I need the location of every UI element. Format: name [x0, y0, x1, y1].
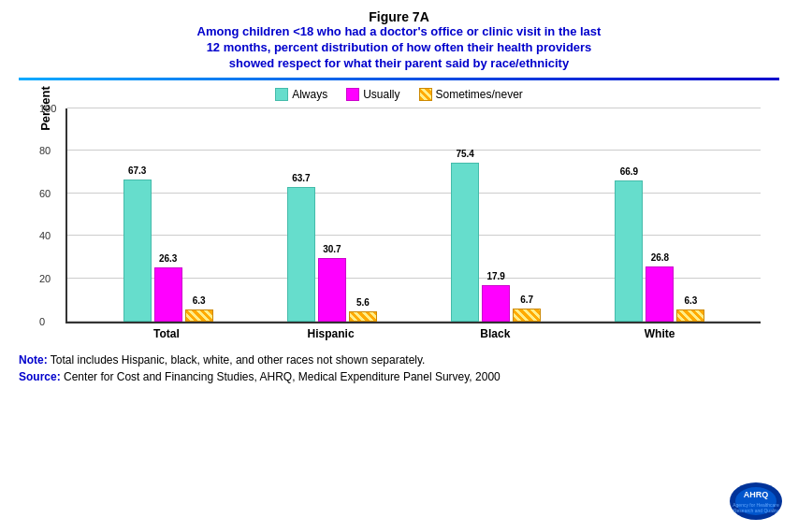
source-text: Center for Cost and Financing Studies, A… — [64, 370, 501, 383]
chart-area: 0 20 40 60 80 100 — [65, 108, 761, 324]
note-line: Note: Total includes Hispanic, black, wh… — [19, 352, 779, 368]
note-text: Total includes Hispanic, black, white, a… — [51, 353, 426, 367]
bar-wrapper-white-sometimes: 6.3 — [676, 108, 704, 322]
bar-black-usually: 17.9 — [482, 285, 510, 322]
bar-white-sometimes: 6.3 — [676, 309, 704, 321]
figure-title: Figure 7A — [19, 9, 779, 24]
legend-usually: Usually — [346, 88, 399, 101]
y-tick-80: 80 — [39, 145, 51, 156]
bar-hispanic-always: 63.7 — [287, 187, 315, 321]
y-tick-40: 40 — [39, 230, 51, 241]
page: Figure 7A Among children <18 who had a d… — [0, 0, 798, 532]
legend-usually-box — [346, 88, 359, 101]
legend: Always Usually Sometimes/never — [19, 88, 779, 101]
legend-always-label: Always — [292, 88, 327, 101]
y-tick-60: 60 — [39, 188, 51, 199]
source-line: Source: Center for Cost and Financing St… — [19, 368, 779, 385]
legend-always-box — [275, 88, 288, 101]
x-label-total: Total — [84, 324, 249, 340]
svg-text:Research and Quality: Research and Quality — [733, 508, 779, 513]
bar-wrapper-white-usually: 26.8 — [646, 108, 674, 322]
bar-white-usually: 26.8 — [646, 266, 674, 322]
bar-wrapper-hispanic-sometimes: 5.6 — [349, 108, 377, 322]
bar-wrapper-total-always: 67.3 — [123, 108, 152, 322]
bar-total-usually: 26.3 — [154, 267, 182, 322]
bar-label-black-always: 75.4 — [456, 149, 473, 159]
bar-label-white-sometimes: 6.3 — [684, 295, 697, 306]
notes-section: Note: Total includes Hispanic, black, wh… — [19, 352, 779, 385]
bar-group-white: 66.9 26.8 6.3 — [578, 108, 742, 322]
x-label-black: Black — [414, 324, 578, 340]
bar-white-always: 66.9 — [615, 180, 643, 322]
legend-always: Always — [275, 88, 327, 101]
bar-wrapper-black-usually: 17.9 — [482, 108, 510, 322]
x-label-white: White — [577, 324, 742, 340]
legend-sometimes-label: Sometimes/never — [436, 88, 523, 101]
bar-hispanic-sometimes: 5.6 — [349, 311, 377, 322]
ahrq-logo: AHRQ Agency for Healthcare Research and … — [728, 481, 784, 523]
note-label: Note: — [19, 353, 48, 367]
bar-wrapper-total-usually: 26.3 — [154, 108, 182, 322]
bar-label-total-usually: 26.3 — [159, 253, 177, 264]
legend-usually-label: Usually — [363, 88, 399, 101]
bar-label-black-sometimes: 6.7 — [520, 295, 533, 305]
bar-wrapper-hispanic-usually: 30.7 — [318, 108, 346, 322]
bar-wrapper-total-sometimes: 6.3 — [185, 108, 213, 322]
bar-group-black: 75.4 17.9 6.7 — [414, 108, 578, 322]
bar-total-always: 67.3 — [123, 180, 152, 321]
bar-label-white-usually: 26.8 — [651, 252, 669, 263]
bar-wrapper-hispanic-always: 63.7 — [287, 108, 315, 322]
bar-black-sometimes: 6.7 — [513, 309, 541, 321]
bar-groups: 67.3 26.3 6.3 — [67, 108, 761, 322]
svg-text:AHRQ: AHRQ — [744, 490, 769, 499]
bar-group-total: 67.3 26.3 6.3 — [86, 108, 250, 322]
bar-wrapper-black-sometimes: 6.7 — [513, 108, 541, 322]
legend-sometimes-box — [419, 88, 432, 101]
bar-wrapper-white-always: 66.9 — [615, 108, 643, 322]
y-tick-100: 100 — [39, 103, 56, 114]
y-tick-0: 0 — [39, 316, 45, 327]
x-label-hispanic: Hispanic — [249, 324, 414, 340]
bar-label-hispanic-usually: 30.7 — [323, 244, 341, 254]
bar-label-total-sometimes: 6.3 — [193, 295, 206, 306]
bar-group-hispanic: 63.7 30.7 5.6 — [250, 108, 414, 322]
bar-label-hispanic-always: 63.7 — [292, 173, 310, 183]
divider — [19, 78, 779, 80]
legend-sometimes: Sometimes/never — [419, 88, 523, 101]
x-labels: Total Hispanic Black White — [65, 324, 761, 340]
bar-wrapper-black-always: 75.4 — [451, 108, 479, 322]
grid-and-bars: 0 20 40 60 80 100 — [65, 108, 761, 324]
bar-label-total-always: 67.3 — [128, 165, 146, 176]
bar-hispanic-usually: 30.7 — [318, 258, 346, 322]
bar-label-hispanic-sometimes: 5.6 — [356, 297, 370, 308]
figure-subtitle: Among children <18 who had a doctor's of… — [19, 24, 779, 72]
bar-black-always: 75.4 — [451, 163, 479, 322]
bar-label-black-usually: 17.9 — [486, 271, 504, 281]
title-section: Figure 7A Among children <18 who had a d… — [19, 9, 779, 72]
source-label: Source: — [19, 370, 61, 383]
bar-total-sometimes: 6.3 — [185, 309, 213, 321]
bar-label-white-always: 66.9 — [620, 166, 638, 177]
y-tick-20: 20 — [39, 273, 51, 284]
